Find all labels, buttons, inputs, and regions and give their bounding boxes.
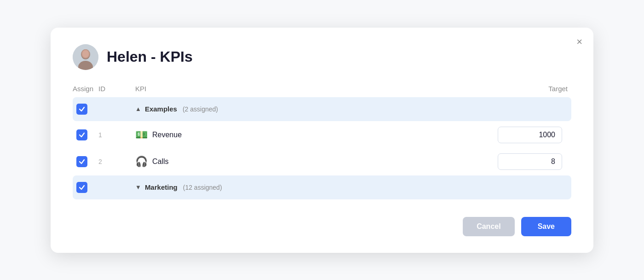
item-id-revenue: 1 — [98, 131, 135, 139]
item-target-calls-cell — [498, 153, 571, 170]
item-target-revenue-cell — [498, 127, 571, 143]
cancel-button[interactable]: Cancel — [463, 217, 514, 236]
item-id-calls: 2 — [98, 158, 135, 165]
col-kpi-header: KPI — [135, 85, 498, 93]
item-label-revenue: Revenue — [152, 131, 182, 139]
chevron-down-icon: ▼ — [135, 184, 141, 191]
save-button[interactable]: Save — [521, 217, 571, 236]
col-assign-header: Assign — [73, 85, 98, 93]
table-row: 2 🎧 Calls — [73, 149, 571, 175]
col-target-header: Target — [498, 85, 571, 93]
svg-point-4 — [82, 50, 89, 58]
close-button[interactable]: × — [576, 37, 582, 47]
page-title: Helen - KPIs — [107, 48, 193, 65]
item-label-calls: Calls — [152, 158, 169, 166]
group-label-examples[interactable]: ▲ Examples (2 assigned) — [135, 105, 498, 113]
group-label-marketing[interactable]: ▼ Marketing (12 assigned) — [135, 183, 498, 191]
target-input-calls[interactable] — [498, 153, 562, 170]
modal-overlay: × Helen - KPIs Assign ID KPI Target — [0, 0, 644, 280]
avatar — [73, 44, 98, 70]
headphones-icon: 🎧 — [135, 157, 148, 167]
table-row: 1 💵 Revenue — [73, 122, 571, 148]
group-name-marketing: Marketing — [145, 183, 178, 191]
group-assigned-marketing: (12 assigned) — [183, 184, 222, 191]
item-checkbox-revenue[interactable] — [73, 129, 98, 140]
group-row-marketing: ▼ Marketing (12 assigned) — [73, 175, 571, 199]
col-id-header: ID — [98, 85, 135, 93]
table-header: Assign ID KPI Target — [73, 85, 571, 97]
money-icon: 💵 — [135, 130, 148, 140]
modal: × Helen - KPIs Assign ID KPI Target — [51, 28, 593, 253]
footer: Cancel Save — [73, 217, 571, 236]
group-checkbox-marketing[interactable] — [73, 182, 98, 193]
item-checkbox-calls[interactable] — [73, 156, 98, 167]
target-input-revenue[interactable] — [498, 127, 562, 143]
group-checkbox-examples[interactable] — [73, 104, 98, 115]
header: Helen - KPIs — [73, 44, 571, 70]
chevron-up-icon: ▲ — [135, 105, 141, 112]
group-name-examples: Examples — [145, 105, 177, 113]
item-kpi-revenue: 💵 Revenue — [135, 130, 498, 140]
item-kpi-calls: 🎧 Calls — [135, 157, 498, 167]
table-body: ▲ Examples (2 assigned) 1 💵 Revenue — [73, 97, 571, 200]
group-assigned-examples: (2 assigned) — [183, 105, 218, 113]
group-row-examples: ▲ Examples (2 assigned) — [73, 97, 571, 121]
